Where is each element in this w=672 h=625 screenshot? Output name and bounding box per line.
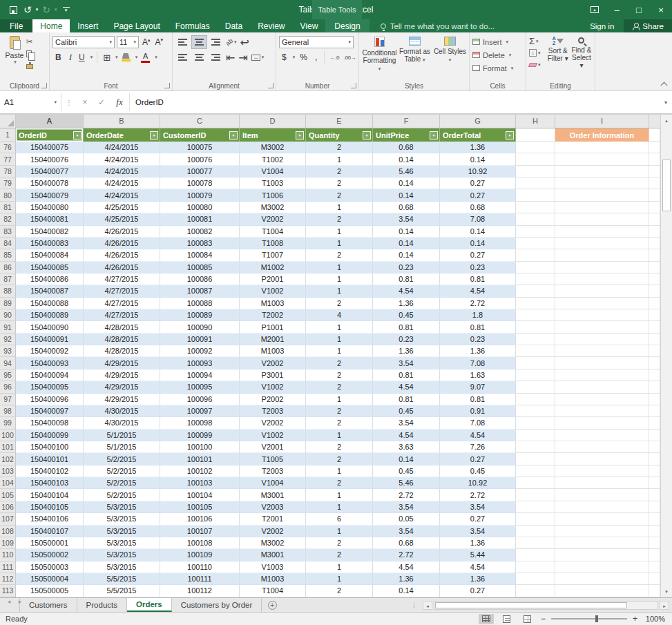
top-align-button[interactable] (175, 36, 190, 48)
cell[interactable] (649, 298, 660, 309)
cell[interactable]: 1 (306, 561, 373, 573)
column-header-partial[interactable] (649, 115, 660, 128)
cell[interactable] (649, 441, 660, 453)
cell[interactable]: M1003 (240, 298, 306, 309)
cell[interactable]: 2.72 (440, 298, 516, 309)
tab-data[interactable]: Data (218, 19, 250, 32)
cell[interactable] (555, 549, 649, 561)
scroll-up-icon[interactable]: ▴ (661, 115, 672, 126)
sheet-tab-products[interactable]: Products (77, 598, 127, 612)
cell[interactable]: 100083 (160, 238, 240, 249)
cell[interactable]: 150400107 (16, 526, 84, 537)
cell[interactable]: 1 (306, 501, 373, 513)
decrease-decimal-button[interactable]: .00→ (343, 55, 357, 61)
underline-button[interactable]: U (77, 52, 87, 62)
align-center-button[interactable] (192, 51, 207, 64)
row-number[interactable]: 100 (0, 430, 16, 441)
cell[interactable] (516, 226, 555, 238)
normal-view-button[interactable] (479, 614, 494, 624)
italic-button[interactable]: I (66, 52, 75, 63)
cell[interactable] (516, 441, 555, 453)
cell[interactable] (516, 585, 555, 597)
cell[interactable]: 150400098 (16, 417, 84, 429)
column-header-a[interactable]: A (16, 115, 84, 128)
cell[interactable]: P2001 (240, 273, 306, 285)
cell[interactable]: 100094 (160, 369, 240, 381)
cell[interactable] (649, 334, 660, 345)
sign-in-button[interactable]: Sign in (580, 22, 624, 30)
cell[interactable]: 1 (306, 465, 373, 477)
share-button[interactable]: Share (624, 19, 672, 32)
cell[interactable] (516, 142, 555, 153)
minimize-button[interactable]: – (606, 0, 628, 19)
cell[interactable]: T1004 (240, 226, 306, 238)
cell[interactable]: 0.27 (440, 513, 516, 525)
cell[interactable]: 0.81 (373, 369, 440, 381)
cell[interactable]: 100078 (160, 177, 240, 189)
cell[interactable] (649, 285, 660, 297)
scroll-left-icon[interactable]: ◂ (423, 601, 432, 610)
cell[interactable]: 100112 (160, 585, 240, 597)
cell[interactable]: 5/3/2015 (84, 561, 160, 573)
cell[interactable]: 0.81 (373, 273, 440, 285)
format-cells-button[interactable]: Format ▾ (472, 61, 524, 75)
cell[interactable] (516, 513, 555, 525)
cell[interactable] (516, 465, 555, 477)
cell[interactable]: M1003 (240, 573, 306, 585)
cell[interactable] (649, 262, 660, 273)
cell[interactable]: M3002 (240, 537, 306, 549)
tab-view[interactable]: View (293, 19, 326, 32)
cell[interactable] (516, 537, 555, 549)
row-number[interactable]: 79 (0, 177, 16, 189)
cell[interactable] (516, 405, 555, 417)
cell[interactable] (649, 226, 660, 238)
font-dialog-launcher[interactable] (164, 83, 170, 88)
font-color-dropdown-icon[interactable]: ▾ (155, 55, 157, 60)
cell[interactable]: 3.54 (440, 526, 516, 537)
row-number[interactable]: 102 (0, 453, 16, 465)
row-number[interactable]: 109 (0, 537, 16, 549)
wrap-text-button[interactable]: ↩ (240, 36, 250, 48)
cell[interactable]: 4/25/2015 (84, 213, 160, 225)
cell[interactable] (516, 357, 555, 369)
cell[interactable]: 150400077 (16, 166, 84, 177)
cell[interactable]: 100085 (160, 262, 240, 273)
cell[interactable]: T1003 (240, 177, 306, 189)
cell[interactable]: 1 (306, 489, 373, 501)
filter-dropdown-icon[interactable]: ▾ (296, 131, 304, 140)
cell[interactable] (555, 345, 649, 357)
cell[interactable]: 1 (306, 238, 373, 249)
cell[interactable]: 100104 (160, 489, 240, 501)
cell[interactable]: 4.54 (440, 285, 516, 297)
formula-bar-grip-icon[interactable]: ⋮ (61, 99, 77, 106)
cell[interactable]: 150500001 (16, 537, 84, 549)
cell[interactable] (649, 213, 660, 225)
cell[interactable]: 2 (306, 405, 373, 417)
cell[interactable]: 100109 (160, 549, 240, 561)
cell[interactable]: 150400105 (16, 501, 84, 513)
cell[interactable] (555, 465, 649, 477)
cell[interactable]: T1005 (240, 453, 306, 465)
cell[interactable]: 4/24/2015 (84, 153, 160, 165)
cell[interactable] (516, 561, 555, 573)
number-dialog-launcher[interactable] (351, 83, 356, 88)
cell[interactable]: 5/5/2015 (84, 585, 160, 597)
cell[interactable]: 0.81 (373, 321, 440, 333)
cell[interactable]: 150400090 (16, 321, 84, 333)
cell[interactable]: 150400075 (16, 142, 84, 153)
cell[interactable]: 150400076 (16, 153, 84, 165)
cell[interactable] (555, 561, 649, 573)
row-number[interactable]: 86 (0, 262, 16, 273)
cell[interactable]: 100095 (160, 381, 240, 393)
cell[interactable]: 6 (306, 513, 373, 525)
cell[interactable] (516, 177, 555, 189)
font-name-combo[interactable]: Calibri ▾ (52, 36, 115, 48)
cell[interactable]: 150400083 (16, 238, 84, 249)
cell[interactable]: 5/3/2015 (84, 501, 160, 513)
cell[interactable]: 0.14 (373, 249, 440, 261)
collapse-ribbon-button[interactable] (661, 81, 666, 86)
cell[interactable] (555, 537, 649, 549)
merge-center-button[interactable]: ↔▾ (251, 51, 265, 64)
tab-insert[interactable]: Insert (70, 19, 106, 32)
align-right-button[interactable] (209, 51, 223, 64)
